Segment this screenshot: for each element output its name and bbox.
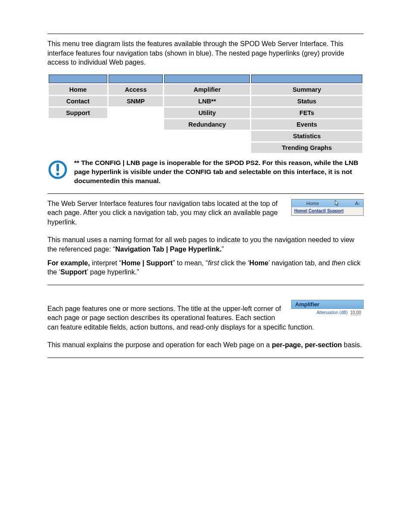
menu-cell: Utility [164, 108, 250, 118]
thumb-tab-right: A‹ [355, 201, 360, 206]
menu-cell: SNMP [109, 96, 163, 106]
nav-paragraph-2: This manual uses a naming format for all… [47, 235, 364, 254]
thumb-links: Home| Contact| Support [292, 207, 363, 215]
thumb-tab-home: Home [306, 201, 319, 206]
menu-header-col4 [251, 75, 362, 83]
cursor-icon [334, 200, 340, 207]
menu-cell: Amplifier [164, 84, 250, 95]
menu-cell: Events [251, 119, 362, 130]
svg-point-2 [56, 172, 59, 175]
nav-example-paragraph: For example, interpret “Home | Support” … [47, 258, 364, 277]
navigation-thumbnail: Home A‹ Home| Contact| Support [291, 199, 364, 216]
thumb-attenuation-value: 10.00 [350, 310, 361, 315]
menu-cell: Summary [251, 84, 362, 95]
menu-tree-table: Home Access Amplifier Summary Contact SN… [47, 73, 364, 154]
section-divider [47, 193, 364, 194]
menu-header-col2 [109, 75, 163, 83]
section-divider [47, 285, 364, 285]
alert-icon [47, 159, 68, 180]
section-divider [47, 358, 364, 358]
menu-cell: Home [49, 84, 107, 95]
menu-cell: Access [109, 84, 163, 95]
menu-cell: Redundancy [164, 119, 250, 130]
section-divider [47, 34, 364, 34]
thumb-attenuation-label: Attenuation (dB) [317, 310, 348, 315]
menu-header-col3 [164, 75, 250, 83]
config-lnb-note: ** The CONFIG | LNB page is inoperable f… [74, 159, 364, 186]
sections-paragraph-2: This manual explains the purpose and ope… [47, 340, 364, 350]
menu-cell: Status [251, 96, 362, 106]
menu-cell: Trending Graphs [251, 143, 362, 153]
menu-cell: Contact [49, 96, 107, 106]
svg-rect-1 [56, 164, 59, 171]
menu-cell: Support [49, 108, 107, 118]
menu-intro-paragraph: This menu tree diagram lists the feature… [47, 39, 364, 67]
amplifier-thumbnail: Amplifier Attenuation (dB) 10.00 [291, 300, 364, 315]
menu-header-col1 [49, 75, 107, 83]
menu-cell: LNB** [164, 96, 250, 106]
menu-cell: Statistics [251, 131, 362, 141]
menu-cell: FETs [251, 108, 362, 118]
thumb-amplifier-header: Amplifier [291, 300, 364, 309]
